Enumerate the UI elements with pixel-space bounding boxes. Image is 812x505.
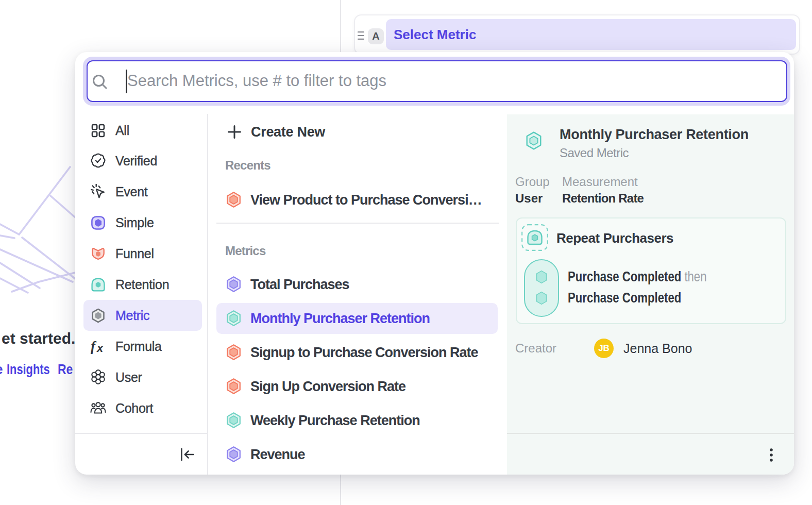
svg-text:x: x: [96, 342, 104, 355]
svg-text:f: f: [91, 339, 97, 354]
